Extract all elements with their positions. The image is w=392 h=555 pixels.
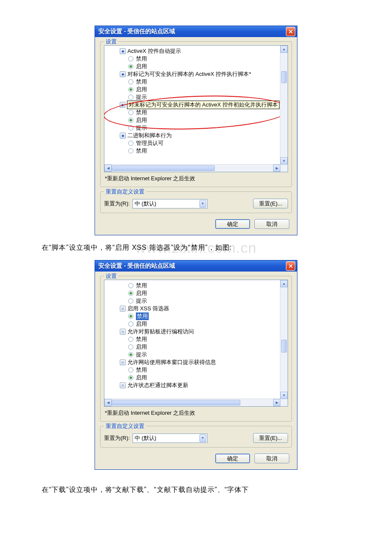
radio-disable[interactable]: 禁用: [105, 366, 280, 374]
setting-label: 二进制和脚本行为: [127, 132, 172, 139]
chevron-down-icon: ▼: [199, 434, 206, 442]
radio-enable[interactable]: 启用: [105, 86, 280, 93]
setting-unsafe-init: ◆ 对未标记为可安全执行脚本的 ActiveX 控件初始化并执行脚本: [105, 101, 280, 109]
script-icon: ≡: [120, 359, 126, 365]
radio-prompt[interactable]: 提示: [105, 93, 280, 101]
cancel-button[interactable]: 取消: [254, 454, 289, 463]
setting-safe-script-activex: ◆ 对标记为可安全执行脚本的 ActiveX 控件执行脚本*: [105, 70, 280, 78]
radio-admin-approved[interactable]: 管理员认可: [105, 139, 280, 147]
horizontal-scrollbar[interactable]: ◀ ▶: [104, 399, 280, 406]
scroll-right-button[interactable]: ▶: [273, 399, 280, 406]
unsafe-init-tooltip: 对未标记为可安全执行脚本的 ActiveX 控件初始化并执行脚本: [127, 101, 280, 109]
reset-group: 重置自定义设置 重置为(R): 中 (默认) ▼ 重置(E)...: [100, 426, 292, 448]
setting-clipboard-access: ≡ 允许对剪贴板进行编程访问: [105, 328, 280, 335]
scroll-down-button[interactable]: ▼: [280, 157, 288, 165]
setting-label: 允许状态栏通过脚本更新: [127, 382, 188, 389]
radio-enable[interactable]: 启用: [105, 116, 280, 124]
scroll-thumb[interactable]: [281, 71, 287, 83]
dialog-title: 安全设置 - 受信任的站点区域: [98, 28, 175, 35]
setting-statusbar-script: ≡ 允许状态栏通过脚本更新: [105, 382, 280, 389]
radio-disable[interactable]: 禁用: [105, 147, 280, 155]
scroll-thumb-h[interactable]: [112, 165, 215, 171]
reset-group-title: 重置自定义设置: [104, 422, 146, 430]
scroll-up-button[interactable]: ▲: [280, 46, 288, 53]
ok-button[interactable]: 确定: [215, 454, 250, 463]
settings-group: 设置 禁用 启用 提示 ≡ 启用 XSS 筛选器 禁用 启用: [100, 276, 292, 422]
script-icon: ≡: [120, 329, 126, 335]
radio-enable[interactable]: 启用: [105, 374, 280, 382]
reset-group-title: 重置自定义设置: [104, 188, 146, 196]
radio-enable[interactable]: 启用: [105, 289, 280, 297]
instruction-text-1: 在“脚本”设立项中，将“启用 XSS 筛选器”设为“禁用”，如图:: [0, 242, 392, 253]
reset-level-select[interactable]: 中 (默认) ▼: [133, 434, 208, 443]
horizontal-scrollbar[interactable]: ◀ ▶: [104, 164, 280, 172]
select-value: 中 (默认): [135, 434, 156, 442]
radio-prompt[interactable]: 提示: [105, 351, 280, 358]
scroll-down-button[interactable]: ▼: [280, 392, 288, 399]
setting-script-window-prompt: ≡ 允许网站使用脚本窗口提示获得信息: [105, 358, 280, 366]
vertical-scrollbar[interactable]: ▲ ▼: [280, 46, 288, 165]
settings-listbox[interactable]: ◆ ActiveX 控件自动提示 禁用 启用 ◆ 对标记为可安全执行脚本的 Ac…: [104, 45, 288, 172]
scroll-thumb[interactable]: [281, 340, 287, 353]
radio-disable[interactable]: 禁用: [105, 78, 280, 86]
select-value: 中 (默认): [135, 200, 156, 208]
dialog-title: 安全设置 - 受信任的站点区域: [98, 262, 175, 270]
script-icon: ≡: [120, 306, 126, 312]
title-bar: 安全设置 - 受信任的站点区域 ✕: [95, 260, 297, 272]
radio-disable[interactable]: 禁用: [105, 109, 280, 116]
reset-button[interactable]: 重置(E)...: [253, 433, 288, 443]
activex-icon: ◆: [120, 48, 126, 54]
close-button[interactable]: ✕: [286, 261, 295, 271]
radio-disable[interactable]: 禁用: [105, 282, 280, 289]
setting-label: 启用 XSS 筛选器: [127, 305, 169, 312]
listbox-content: ◆ ActiveX 控件自动提示 禁用 启用 ◆ 对标记为可安全执行脚本的 Ac…: [104, 46, 280, 165]
setting-label: 允许对剪贴板进行编程访问: [127, 328, 194, 335]
scroll-left-button[interactable]: ◀: [104, 165, 112, 172]
reset-to-label: 重置为(R):: [104, 434, 130, 442]
chevron-down-icon: ▼: [199, 200, 206, 208]
settings-group-title: 设置: [104, 38, 118, 46]
activex-icon: ◆: [120, 133, 126, 139]
radio-disable[interactable]: 禁用: [105, 55, 280, 63]
script-icon: ≡: [120, 382, 126, 388]
setting-label: 允许网站使用脚本窗口提示获得信息: [127, 358, 216, 366]
setting-activex-auto-prompt: ◆ ActiveX 控件自动提示: [105, 47, 280, 55]
reset-group: 重置自定义设置 重置为(R): 中 (默认) ▼ 重置(E)...: [100, 191, 292, 213]
restart-note: *重新启动 Internet Explorer 之后生效: [104, 408, 288, 417]
settings-listbox[interactable]: 禁用 启用 提示 ≡ 启用 XSS 筛选器 禁用 启用 ≡ 允许对: [104, 280, 288, 407]
reset-to-label: 重置为(R):: [104, 200, 130, 208]
close-button[interactable]: ✕: [286, 27, 295, 36]
security-settings-dialog-2: 安全设置 - 受信任的站点区域 ✕ 设置 禁用 启用 提示 ≡ 启用 XSS 筛…: [95, 260, 297, 470]
security-settings-dialog-1: 安全设置 - 受信任的站点区域 ✕ 设置 ◆ ActiveX 控件自动提示 禁用…: [95, 26, 297, 235]
title-bar: 安全设置 - 受信任的站点区域 ✕: [95, 26, 297, 37]
radio-disable[interactable]: 禁用: [105, 335, 280, 343]
instruction-text-2: 在“下载”设立项中，将“文献下载”、“文献下载自动提示”、“字体下: [0, 484, 392, 495]
settings-group: 设置 ◆ ActiveX 控件自动提示 禁用 启用 ◆ 对标记为可安全执行: [100, 41, 292, 187]
radio-disable-selected[interactable]: 禁用: [105, 312, 280, 320]
setting-xss-filter: ≡ 启用 XSS 筛选器: [105, 305, 280, 312]
ok-button[interactable]: 确定: [215, 219, 250, 229]
reset-level-select[interactable]: 中 (默认) ▼: [133, 199, 208, 208]
reset-button[interactable]: 重置(E)...: [253, 199, 288, 208]
scroll-corner: [280, 399, 288, 406]
scroll-corner: [280, 165, 288, 172]
radio-enable[interactable]: 启用: [105, 63, 280, 70]
radio-prompt[interactable]: 提示: [105, 124, 280, 132]
setting-binary-script: ◆ 二进制和脚本行为: [105, 132, 280, 139]
setting-label: 对标记为可安全执行脚本的 ActiveX 控件执行脚本*: [127, 70, 251, 78]
cancel-button[interactable]: 取消: [254, 219, 289, 229]
radio-enable[interactable]: 启用: [105, 343, 280, 351]
scroll-right-button[interactable]: ▶: [273, 165, 280, 172]
activex-icon: ◆: [120, 102, 125, 108]
scroll-thumb-h[interactable]: [112, 400, 240, 405]
listbox-content: 禁用 启用 提示 ≡ 启用 XSS 筛选器 禁用 启用 ≡ 允许对: [104, 280, 280, 399]
scroll-left-button[interactable]: ◀: [104, 399, 112, 406]
radio-enable[interactable]: 启用: [105, 320, 280, 328]
settings-group-title: 设置: [104, 272, 118, 280]
scroll-up-button[interactable]: ▲: [280, 280, 288, 287]
radio-prompt[interactable]: 提示: [105, 297, 280, 305]
activex-icon: ◆: [120, 71, 126, 77]
setting-label: ActiveX 控件自动提示: [127, 47, 181, 55]
vertical-scrollbar[interactable]: ▲ ▼: [280, 280, 288, 399]
restart-note: *重新启动 Internet Explorer 之后生效: [104, 174, 288, 182]
